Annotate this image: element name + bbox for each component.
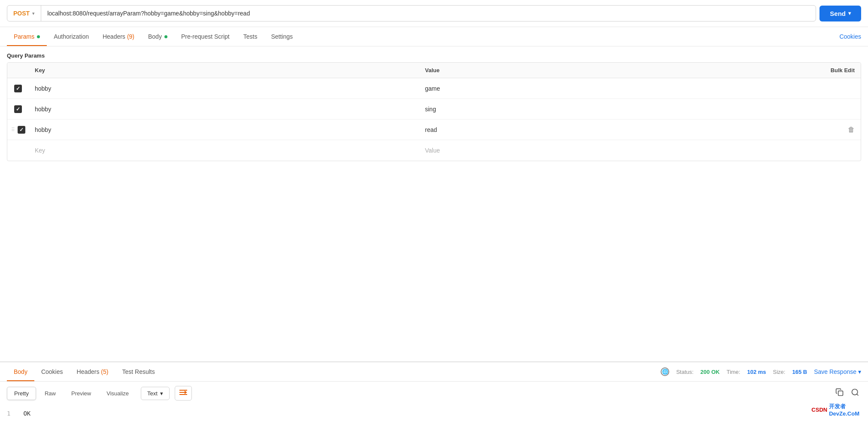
response-area: Body Cookies Headers (5) Test Results 🌐 … [0,361,868,422]
save-response-chevron-icon: ▾ [858,368,861,375]
app-container: POST ▾ Send ▾ Params Authorization Heade… [0,0,868,422]
search-icon[interactable] [849,386,861,401]
csdn-label: CSDN [811,407,827,413]
raw-button[interactable]: Raw [38,387,63,400]
response-tab-headers[interactable]: Headers (5) [70,362,115,381]
empty-actions [809,147,861,154]
row1-key[interactable]: hobby [29,82,419,95]
url-bar: POST ▾ Send ▾ [0,0,868,27]
response-tab-cookies[interactable]: Cookies [34,362,70,381]
request-tabs: Params Authorization Headers (9) Body Pr… [0,27,868,46]
empty-value-field[interactable]: Value [419,144,809,157]
row1-checkbox-cell: ✓ [7,81,29,96]
send-button[interactable]: Send ▾ [819,6,861,21]
svg-rect-3 [838,391,843,395]
params-table: Key Value Bulk Edit ✓ hobby game ✓ hobby… [7,62,861,161]
empty-key-field[interactable]: Key [29,144,419,157]
text-format-chevron-icon: ▾ [160,390,163,397]
row2-key[interactable]: hobby [29,102,419,116]
tab-params[interactable]: Params [7,27,47,46]
table-row: ⠿ ✓ hobby read 🗑 [7,119,861,140]
response-tab-test-results[interactable]: Test Results [115,362,161,381]
table-row-empty: Key Value [7,140,861,161]
text-format-dropdown[interactable]: Text ▾ [141,387,170,400]
method-chevron-icon: ▾ [32,11,35,16]
trash-icon: 🗑 [848,126,855,134]
row3-value[interactable]: read [419,123,809,137]
row1-value[interactable]: game [419,82,809,95]
send-label: Send [830,10,846,17]
row2-checkbox[interactable]: ✓ [14,105,22,113]
pretty-button[interactable]: Pretty [7,387,36,400]
url-input-container: POST ▾ [7,5,816,21]
row3-checkbox-cell: ⠿ ✓ [7,122,29,137]
empty-space [0,161,868,361]
response-tabs: Body Cookies Headers (5) Test Results 🌐 … [0,362,868,382]
size-label: Size: [773,369,786,375]
wrap-button[interactable] [175,386,192,401]
globe-icon: 🌐 [661,367,669,376]
time-value: 102 ms [747,369,766,375]
tab-tests[interactable]: Tests [237,27,264,46]
time-label: Time: [726,369,740,375]
devze-label: 开发者DevZe.CoM [829,403,859,417]
send-chevron-icon: ▾ [848,10,851,16]
response-headers-count: (5) [101,368,108,375]
row2-actions [809,106,861,113]
col-header-checkbox [7,63,29,78]
method-text: POST [13,10,30,17]
preview-button[interactable]: Preview [64,387,98,400]
watermark: CSDN 开发者DevZe.CoM [811,403,859,417]
line-number: 1 [7,410,20,417]
col-header-key: Key [29,63,419,78]
tab-body[interactable]: Body [141,27,174,46]
response-status: 🌐 Status: 200 OK Time: 102 ms Size: 165 … [661,367,861,376]
col-header-bulk-edit[interactable]: Bulk Edit [809,63,861,78]
response-content: 1 OK [0,405,868,422]
params-dot [37,35,40,38]
response-line-text: OK [23,410,30,417]
table-row: ✓ hobby sing [7,99,861,119]
row3-checkbox[interactable]: ✓ [18,126,25,134]
tab-settings[interactable]: Settings [264,27,300,46]
svg-point-4 [852,389,858,394]
row3-key[interactable]: hobby [29,123,419,137]
row1-actions [809,85,861,92]
table-header: Key Value Bulk Edit [7,63,861,78]
col-header-value: Value [419,63,809,78]
size-value: 165 B [792,369,807,375]
body-dot [164,35,167,38]
status-value: 200 OK [701,369,720,375]
url-input[interactable] [41,6,816,21]
row2-value[interactable]: sing [419,102,809,116]
table-row: ✓ hobby game [7,78,861,99]
row3-delete-button[interactable]: 🗑 [809,126,861,134]
response-tab-body[interactable]: Body [7,362,34,381]
tab-headers[interactable]: Headers (9) [96,27,141,46]
row2-checkbox-cell: ✓ [7,102,29,116]
tab-authorization[interactable]: Authorization [47,27,96,46]
response-toolbar: Pretty Raw Preview Visualize Text ▾ [0,382,868,405]
save-response-button[interactable]: Save Response ▾ [814,368,861,375]
cookies-link[interactable]: Cookies [839,33,861,40]
wrap-icon [179,389,187,397]
headers-count: (9) [127,33,134,40]
query-params-title: Query Params [0,46,868,62]
empty-checkbox-cell [7,147,29,154]
visualize-button[interactable]: Visualize [100,387,136,400]
drag-handle-icon[interactable]: ⠿ [11,127,15,133]
response-actions [834,386,861,401]
svg-line-5 [857,394,859,395]
method-selector[interactable]: POST ▾ [7,6,41,21]
status-label: Status: [676,369,693,375]
copy-icon[interactable] [834,386,846,401]
row1-checkbox[interactable]: ✓ [14,85,22,92]
tab-pre-request[interactable]: Pre-request Script [174,27,237,46]
text-format-label: Text [147,390,158,397]
